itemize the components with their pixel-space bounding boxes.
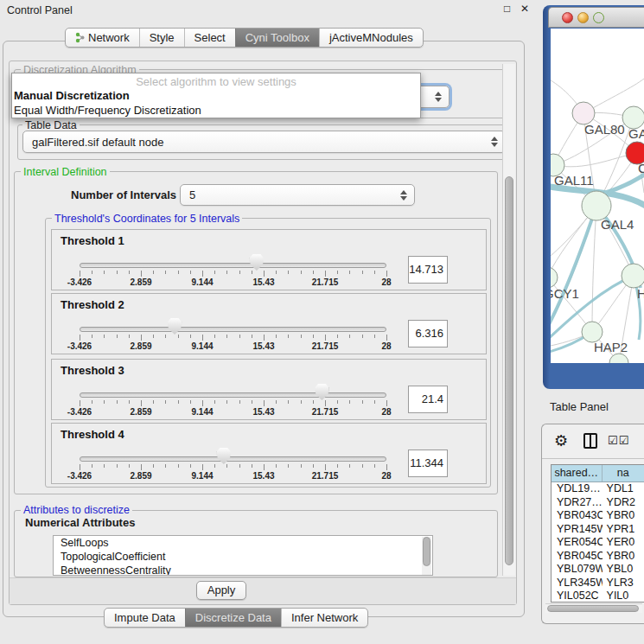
table-data-select[interactable]: galFiltered.sif default node	[22, 131, 506, 153]
network-canvas[interactable]: GAL80GACGAL11GAL4GCY1HHAP2	[551, 29, 644, 363]
table-row[interactable]: YLR345WYLR3	[552, 577, 644, 590]
columns-icon[interactable]	[583, 433, 597, 449]
threshold-value-input[interactable]: 11.344	[408, 450, 448, 477]
tick-mark	[165, 464, 166, 468]
slider-track[interactable]	[80, 456, 386, 462]
table-hscrollbar[interactable]	[545, 603, 642, 613]
tick-mark	[178, 400, 179, 404]
slider-handle[interactable]	[315, 384, 328, 400]
tick-mark	[264, 464, 265, 470]
tab-network[interactable]: Network	[66, 29, 139, 47]
tick-mark	[141, 464, 142, 470]
select-columns-icon[interactable]: ☑☑	[608, 434, 629, 447]
slider-handle[interactable]	[168, 318, 182, 335]
tick-mark	[153, 400, 154, 404]
column-header[interactable]: shared…	[552, 465, 603, 481]
slider-handle[interactable]	[217, 448, 231, 464]
tab-cyni-toolbox[interactable]: Cyni Toolbox	[235, 29, 319, 47]
gear-icon[interactable]: ⚙	[554, 431, 568, 450]
number-of-intervals-select[interactable]: 5	[180, 184, 415, 206]
network-window-titlebar[interactable]	[548, 7, 644, 28]
dropdown-item[interactable]: Manual Discretization	[12, 88, 420, 103]
table-row[interactable]: YDL19…YDL1	[552, 482, 644, 496]
tab-impute-data[interactable]: Impute Data	[105, 609, 185, 627]
tick-mark	[252, 271, 252, 274]
tab-infer-network[interactable]: Infer Network	[281, 609, 367, 627]
table-panel-window: ⚙ ☑☑ shared…na YDL19…YDL1YDR27…YDR2YBR04…	[541, 424, 644, 624]
threshold-value-input[interactable]: 14.713	[408, 256, 448, 284]
tick-mark	[362, 464, 363, 468]
minimize-traffic-icon[interactable]	[577, 12, 589, 23]
network-node[interactable]	[551, 267, 558, 288]
tick-mark	[141, 335, 142, 341]
tab-jactivemnodules[interactable]: jActiveMNodules	[319, 29, 423, 47]
table-row[interactable]: YIL052CYIL0	[552, 590, 644, 603]
table-row[interactable]: YPR145WYPR1	[552, 523, 644, 537]
apply-button[interactable]: Apply	[196, 581, 246, 600]
tick-mark	[226, 271, 227, 274]
table-row[interactable]: YER054CYER0	[552, 536, 644, 550]
slider-track[interactable]	[80, 392, 386, 398]
list-scrollbar[interactable]	[422, 537, 431, 576]
table-cell: YLR3	[603, 577, 644, 590]
tab-select[interactable]: Select	[184, 29, 235, 47]
threshold-box: Threshold 3-3.4262.8599.14415.4321.71528…	[51, 359, 487, 420]
tick-mark	[92, 335, 92, 338]
table-row[interactable]: YBR045CYBR0	[552, 550, 644, 564]
table-cell: YIL052C	[552, 590, 603, 603]
tick-mark	[80, 335, 80, 341]
tab-label: Network	[88, 31, 130, 44]
close-traffic-icon[interactable]	[562, 12, 573, 23]
tick-mark	[190, 400, 191, 404]
node-label: GCY1	[551, 286, 579, 301]
tick-label: 15.43	[245, 471, 283, 481]
threshold-coordinates-group: Threshold 1-3.4262.8599.14415.4321.71528…	[45, 218, 491, 488]
tick-mark	[165, 400, 166, 404]
network-node[interactable]	[622, 264, 644, 288]
numerical-attributes-list[interactable]: SelfLoopsTopologicalCoefficientBetweenne…	[53, 535, 433, 576]
tick-mark	[239, 400, 240, 404]
table-row[interactable]: YBR043CYBR0	[552, 509, 644, 523]
tick-mark	[153, 464, 154, 468]
settings-scrollbar[interactable]	[502, 64, 515, 576]
slider-handle[interactable]	[250, 254, 264, 271]
network-view-window[interactable]: GAL80GACGAL11GAL4GCY1HHAP2	[543, 5, 644, 389]
tab-label: Discretize Data	[195, 611, 271, 624]
tab-style[interactable]: Style	[139, 29, 184, 47]
control-panel-tabs: NetworkStyleSelectCyni ToolboxjActiveMNo…	[65, 28, 424, 48]
algorithm-dropdown: Select algorithm to view settings Manual…	[11, 73, 421, 118]
close-icon[interactable]: ✕	[520, 3, 529, 15]
numerical-attributes-label: Numerical Attributes	[25, 516, 135, 529]
panel-title: Control Panel	[7, 4, 73, 16]
tick-label: 2.859	[122, 471, 160, 481]
table-panel-title: Table Panel	[550, 400, 609, 413]
dropdown-item[interactable]: Equal Width/Frequency Discretization	[12, 103, 420, 118]
slider-track[interactable]	[80, 327, 386, 332]
tick-mark	[349, 271, 350, 274]
tick-mark	[104, 400, 105, 404]
tick-mark	[165, 335, 166, 338]
tick-mark	[386, 400, 387, 406]
tick-mark	[288, 400, 289, 404]
attribute-item[interactable]: TopologicalCoefficient	[54, 550, 432, 564]
float-window-icon[interactable]: □	[504, 3, 510, 15]
table-cell: YER054C	[552, 536, 603, 550]
attribute-item[interactable]: BetweennessCentrality	[54, 564, 432, 576]
threshold-value-input[interactable]: 6.316	[408, 320, 448, 348]
tab-discretize-data[interactable]: Discretize Data	[185, 609, 281, 627]
zoom-traffic-icon[interactable]	[593, 12, 604, 23]
table-row[interactable]: YDR27…YDR2	[552, 496, 644, 510]
network-node[interactable]	[582, 191, 611, 220]
attribute-item[interactable]: SelfLoops	[54, 536, 432, 550]
table-row[interactable]: YBL079WYBL0	[552, 563, 644, 577]
column-header[interactable]: na	[603, 465, 644, 481]
tick-label: -3.426	[61, 471, 99, 481]
tick-mark	[202, 400, 203, 406]
tick-mark	[313, 400, 314, 404]
slider-track[interactable]	[80, 263, 386, 268]
tick-mark	[325, 335, 326, 341]
node-table[interactable]: shared…na YDL19…YDL1YDR27…YDR2YBR043CYBR…	[551, 464, 644, 603]
threshold-coordinates-label: Threshold's Coordinates for 5 Intervals	[52, 213, 242, 225]
tick-mark	[374, 464, 375, 468]
threshold-value-input[interactable]: 21.4	[408, 386, 448, 413]
